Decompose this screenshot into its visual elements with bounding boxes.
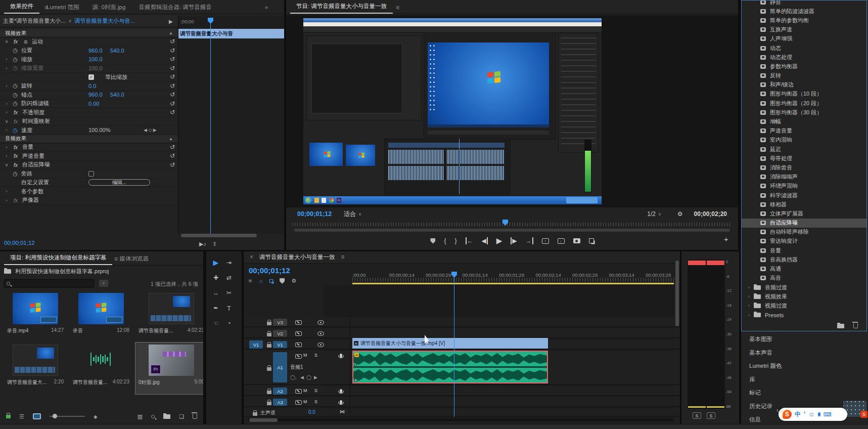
collapsed-panel-tab[interactable]: 标记 — [741, 387, 867, 399]
keyframe-controls[interactable]: ◯, ◀ ◯ ▶ — [290, 375, 317, 380]
effect-item[interactable]: 声道音量 — [741, 126, 867, 136]
effect-item[interactable]: 互换声道 — [741, 25, 867, 34]
panel-tab[interactable]: 音频剪辑混合器: 调节音频音 — [132, 1, 217, 14]
mark-in-icon[interactable]: { — [444, 237, 446, 244]
effect-item[interactable]: 简单的参数均衡 — [741, 16, 867, 25]
lift-icon[interactable]: ↑ — [542, 238, 549, 244]
writable-icon[interactable] — [6, 415, 11, 418]
solo-button[interactable]: S — [314, 388, 317, 393]
playback-resolution-dropdown[interactable]: 1/2∨ — [647, 210, 661, 218]
project-item[interactable]: 录音.mp4 14:27 — [4, 291, 67, 342]
reset-icon[interactable]: ↺ — [170, 65, 175, 72]
step-forward-icon[interactable]: ▶ — [511, 237, 517, 244]
effects-folder[interactable]: › Presets — [741, 311, 867, 320]
mini-timeline-clip[interactable]: 调节音频音量大小与音 — [178, 29, 284, 38]
program-video-frame[interactable]: Pr — [303, 18, 602, 204]
collapsed-panel-tab[interactable]: 库 — [741, 373, 867, 386]
timeline-v-scrollbar[interactable] — [675, 261, 679, 326]
effect-item[interactable]: 静音 — [741, 0, 867, 7]
effect-item[interactable]: 音量 — [741, 246, 867, 255]
effect-item[interactable]: 动态 — [741, 44, 867, 53]
mark-out-icon[interactable]: } — [454, 237, 456, 244]
effect-row-bypass[interactable]: ◷旁路 — [0, 169, 178, 179]
stopwatch-icon[interactable]: ◷ — [12, 127, 19, 134]
effect-item[interactable]: 延迟 — [741, 145, 867, 154]
reset-icon[interactable]: ↺ — [170, 144, 175, 151]
sync-lock-icon[interactable] — [295, 331, 302, 336]
close-icon[interactable]: × — [248, 253, 255, 263]
track-output-eye-icon[interactable] — [317, 320, 324, 325]
lock-icon[interactable] — [267, 402, 271, 405]
uniform-scale-checkbox[interactable]: ✓ — [88, 74, 94, 80]
chevron-right-icon[interactable]: › — [748, 285, 750, 290]
panel-tab[interactable]: 项目: 利用预设快速制做创意标题字幕 — [4, 251, 112, 265]
effect-item[interactable]: 图形均衡器（10 段） — [741, 90, 867, 99]
type-tool[interactable]: T — [223, 302, 235, 314]
play-button[interactable]: ▶ — [496, 236, 502, 245]
value-field[interactable]: 960.0 — [88, 92, 103, 98]
work-area-bar[interactable] — [352, 283, 674, 284]
effect-item[interactable]: 图形均衡器（30 段） — [741, 108, 867, 117]
source-patch-v1[interactable]: V1 — [249, 340, 263, 349]
effect-item[interactable]: 自适应降噪 — [741, 219, 867, 228]
lock-icon[interactable] — [267, 333, 271, 336]
lock-icon[interactable] — [267, 344, 271, 348]
project-item[interactable]: 录音 12:08 — [70, 291, 132, 342]
stopwatch-icon[interactable]: ◷ — [12, 92, 19, 98]
track-target-a2[interactable]: A2 — [273, 388, 287, 395]
settings-wrench-icon[interactable]: ⚙ — [677, 210, 683, 218]
reset-icon[interactable]: ↺ — [170, 82, 175, 90]
play-audio-icon[interactable]: ▶♪ — [199, 241, 206, 247]
track-target-a3[interactable]: A3 — [273, 399, 287, 406]
sync-lock-icon[interactable] — [295, 400, 302, 405]
sogou-ime-toolbar[interactable]: S 中 ’ ☺ ⌨ — [779, 408, 847, 421]
reset-icon[interactable]: ↺ — [170, 109, 175, 116]
track-target-v1[interactable]: V1 — [273, 341, 287, 348]
mute-button[interactable]: M — [303, 353, 307, 358]
track-v2[interactable]: V2 — [244, 328, 680, 338]
add-marker-icon[interactable] — [430, 238, 435, 244]
ime-emoji-icon[interactable]: ☺ — [808, 411, 814, 418]
effect-row-scale-width[interactable]: ›◷缩放宽度100.0↺ — [0, 64, 178, 73]
track-target-v3[interactable]: V3 — [273, 319, 287, 326]
stopwatch-icon[interactable]: ◷ — [12, 56, 19, 63]
search-input[interactable] — [4, 279, 94, 288]
effect-row-opacity[interactable]: ›fx不透明度↺ — [0, 108, 178, 117]
tab-overflow-icon[interactable]: » — [265, 4, 268, 10]
hand-tool[interactable]: ☜ — [210, 317, 221, 329]
effect-item[interactable]: 反转 — [741, 71, 867, 80]
sequence-selector[interactable]: 调节音频音量大小与音... — [74, 17, 134, 25]
sort-icon[interactable]: ◈ — [94, 414, 98, 419]
timeline-ruler[interactable]: ;00;0000;00;00;1400;00;00;2900;00;01;140… — [352, 272, 674, 277]
solo-button[interactable]: S — [314, 353, 317, 358]
voiceover-mic-icon[interactable] — [340, 400, 342, 404]
bypass-checkbox[interactable] — [88, 171, 94, 177]
effect-row-uniform-scale[interactable]: ✓等比缩放↺ — [0, 73, 178, 82]
collapsed-panel-tab[interactable]: Lumetri 颜色 — [741, 360, 867, 372]
effect-row-individual-params[interactable]: ›各个参数 — [0, 187, 178, 196]
reset-icon[interactable]: ↺ — [170, 100, 175, 107]
effects-folder[interactable]: › 音频过渡 — [741, 283, 867, 292]
effect-item[interactable]: 消除嗡嗡声 — [741, 173, 867, 182]
export-frame-icon[interactable] — [573, 238, 580, 243]
timeline-settings-wrench-icon[interactable]: ⚙ — [291, 278, 296, 284]
voiceover-mic-icon[interactable] — [340, 389, 342, 393]
export-icon[interactable]: ⇪ — [212, 241, 217, 247]
value-field[interactable]: 100.0 — [88, 56, 103, 62]
reset-icon[interactable]: ↺ — [170, 38, 175, 45]
ime-mic-icon[interactable] — [818, 412, 820, 416]
track-a2[interactable]: A2 M S — [244, 386, 680, 396]
effect-item[interactable]: 高通 — [741, 264, 867, 273]
clip-indicator-right[interactable] — [707, 261, 724, 265]
effect-row-motion[interactable]: ∨fx⧈运动↺ — [0, 37, 178, 47]
track-name[interactable]: 音频1 — [290, 364, 303, 371]
effect-row-speed[interactable]: ›◷速度100.00%◀ ◇ ▶ — [0, 126, 178, 135]
chevron-right-icon[interactable]: › — [748, 313, 750, 318]
sync-lock-icon[interactable] — [295, 342, 302, 347]
track-master[interactable]: 主声道 0.0 ⋈ — [244, 408, 680, 417]
project-item[interactable]: 调节音频音量大... 2:20 — [4, 342, 67, 394]
monitor-scrollbar[interactable] — [294, 229, 730, 232]
effect-item[interactable]: 母带处理 — [741, 154, 867, 163]
effect-row-antiflicker[interactable]: ›◷防闪烁滤镜0.00↺ — [0, 100, 178, 109]
video-effects-section[interactable]: 视频效果▲ — [0, 29, 178, 37]
